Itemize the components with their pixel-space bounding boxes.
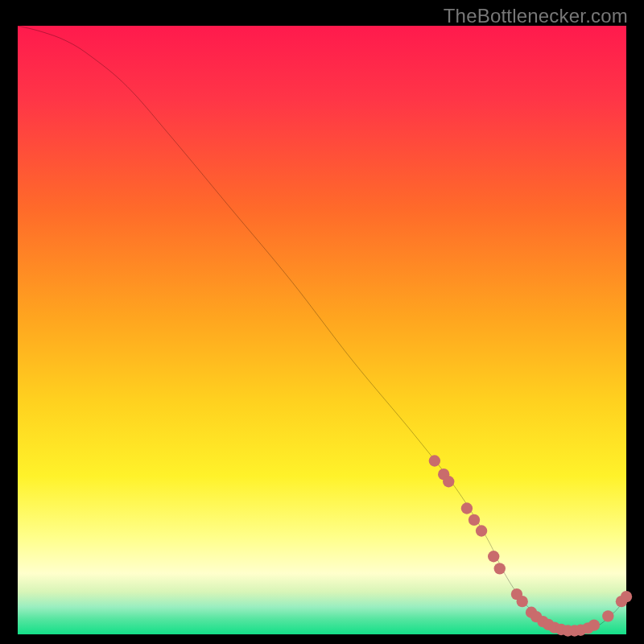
data-points-group xyxy=(429,455,633,636)
data-point xyxy=(443,476,454,487)
chart-plot-area xyxy=(18,26,626,634)
data-point xyxy=(602,610,613,621)
chart-curve-layer xyxy=(18,26,626,634)
attribution-text: TheBottlenecker.com xyxy=(444,5,628,27)
data-point xyxy=(429,455,440,466)
data-point xyxy=(621,591,632,602)
data-point xyxy=(517,596,528,607)
data-point xyxy=(461,502,473,514)
data-point xyxy=(494,563,506,574)
bottleneck-curve xyxy=(18,26,626,631)
data-point xyxy=(476,525,487,536)
data-point xyxy=(488,551,499,562)
data-point xyxy=(588,619,600,630)
data-point xyxy=(469,514,480,526)
